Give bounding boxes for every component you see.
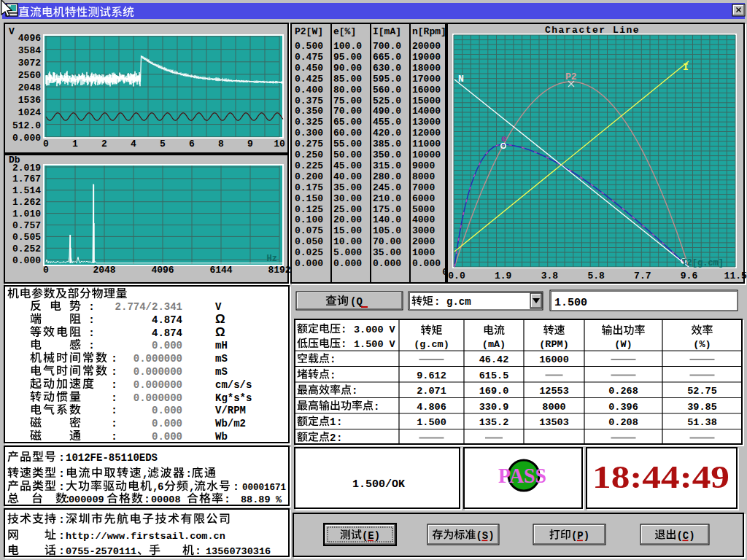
svg-text:7000: 7000: [412, 182, 435, 193]
svg-text:6000: 6000: [412, 193, 435, 204]
svg-text:2048: 2048: [18, 82, 41, 93]
svg-text::: :: [330, 370, 336, 381]
svg-text:210.0: 210.0: [373, 193, 401, 204]
svg-text:385.0: 385.0: [373, 139, 401, 149]
svg-text:8: 8: [218, 139, 224, 149]
svg-text:4: 4: [131, 139, 136, 149]
svg-text:cm/s/s: cm/s/s: [215, 379, 252, 391]
svg-text:0: 0: [442, 267, 448, 278]
svg-text:60.00: 60.00: [333, 128, 362, 139]
svg-text:35.00: 35.00: [333, 182, 362, 193]
svg-text:4096: 4096: [18, 33, 41, 44]
svg-text:70.00: 70.00: [373, 236, 401, 247]
svg-text:3000: 3000: [412, 225, 435, 236]
svg-text:0.300: 0.300: [295, 128, 323, 139]
svg-text:0.075: 0.075: [295, 225, 323, 236]
svg-text:1.500: 1.500: [417, 417, 446, 428]
svg-text:%: %: [276, 494, 282, 505]
svg-text:25.00: 25.00: [333, 204, 362, 215]
svg-text:8000: 8000: [542, 402, 565, 413]
svg-text:0.000: 0.000: [12, 133, 41, 144]
svg-text:630.0: 630.0: [373, 63, 401, 74]
svg-text:0.000: 0.000: [373, 258, 401, 269]
svg-text:00001671: 00001671: [242, 483, 286, 493]
svg-text:,: ,: [142, 468, 148, 480]
svg-text:0.000: 0.000: [412, 258, 441, 269]
svg-text:1.010: 1.010: [12, 209, 41, 219]
svg-text:315.0: 315.0: [373, 160, 401, 171]
svg-text:mH: mH: [215, 340, 228, 351]
svg-text:700.0: 700.0: [373, 41, 401, 52]
svg-text:P2[W]: P2[W]: [295, 26, 323, 37]
svg-text:4.874: 4.874: [152, 327, 182, 339]
svg-text:0755-2570111: 0755-2570111: [66, 546, 136, 557]
svg-text:(E): (E): [362, 530, 380, 542]
svg-text:175.0: 175.0: [373, 204, 401, 215]
svg-text:Kg*s*s: Kg*s*s: [215, 392, 252, 404]
svg-text:0.000: 0.000: [333, 258, 362, 269]
svg-text:2: 2: [330, 432, 336, 444]
svg-text:5000: 5000: [412, 204, 435, 215]
svg-text:20.00: 20.00: [333, 214, 362, 225]
svg-text:75.00: 75.00: [333, 96, 362, 106]
svg-text:135.2: 135.2: [479, 417, 509, 428]
svg-text:2.774/2.341: 2.774/2.341: [115, 301, 182, 313]
svg-text::: :: [374, 401, 379, 413]
svg-text:Hz: Hz: [267, 254, 277, 264]
svg-text:6144: 6144: [209, 265, 232, 276]
svg-text:4.806: 4.806: [417, 402, 446, 413]
svg-text:Ω: Ω: [215, 325, 225, 339]
svg-text:0.000: 0.000: [152, 405, 182, 416]
svg-text:0.396: 0.396: [608, 402, 638, 413]
svg-text:0.000: 0.000: [295, 258, 323, 269]
svg-text::: :: [58, 545, 65, 558]
svg-text::: :: [341, 324, 347, 335]
svg-text:35.00: 35.00: [373, 247, 401, 258]
svg-text::: :: [195, 545, 201, 558]
svg-text:6: 6: [189, 139, 195, 149]
svg-text:95.00: 95.00: [333, 52, 362, 63]
svg-text:4000: 4000: [412, 214, 435, 225]
svg-text:70.00: 70.00: [333, 106, 362, 117]
svg-text:Wb: Wb: [215, 431, 228, 443]
svg-text:0.000000: 0.000000: [133, 379, 182, 391]
svg-text::: :: [352, 385, 357, 397]
svg-text::: :: [111, 353, 117, 365]
svg-text:9.612: 9.612: [417, 370, 446, 381]
svg-text::: :: [111, 431, 117, 443]
svg-text:g.cm: g.cm: [446, 296, 471, 308]
svg-text:n[Rpm]: n[Rpm]: [412, 26, 446, 37]
svg-text:560.0: 560.0: [373, 85, 401, 96]
svg-text:46.42: 46.42: [479, 354, 509, 365]
svg-text:18:44:49: 18:44:49: [592, 459, 729, 495]
svg-text:13503: 13503: [539, 417, 569, 428]
svg-text:0.125: 0.125: [295, 204, 323, 215]
svg-text:0.400: 0.400: [295, 85, 323, 96]
svg-text:1.500 V: 1.500 V: [354, 339, 396, 350]
svg-text:0.350: 0.350: [295, 106, 323, 117]
svg-text:2: 2: [101, 139, 107, 149]
svg-text:10000: 10000: [412, 149, 441, 160]
svg-text:19000: 19000: [412, 52, 441, 63]
svg-text::: :: [58, 514, 65, 526]
svg-text:140.0: 140.0: [373, 214, 401, 225]
svg-text:1024: 1024: [18, 107, 41, 118]
svg-text:15.00: 15.00: [333, 225, 362, 236]
svg-text:(Q: (Q: [350, 296, 363, 308]
svg-text:0.175: 0.175: [295, 182, 323, 193]
svg-text:3.8: 3.8: [541, 271, 559, 281]
svg-text:0.450: 0.450: [295, 63, 323, 74]
svg-text:5: 5: [160, 139, 166, 149]
svg-text::: :: [144, 494, 150, 506]
svg-text:(W): (W): [614, 339, 632, 350]
svg-text:169.0: 169.0: [479, 386, 509, 397]
svg-text:15000: 15000: [412, 96, 441, 106]
svg-text:8192: 8192: [268, 265, 290, 276]
svg-text:mS: mS: [215, 353, 228, 365]
svg-text:0.275: 0.275: [295, 139, 323, 149]
svg-text::: :: [224, 494, 231, 506]
svg-text::: :: [111, 418, 117, 430]
svg-text:I: I: [683, 62, 689, 73]
svg-text:V: V: [215, 301, 222, 313]
svg-text:1.514: 1.514: [12, 185, 41, 196]
